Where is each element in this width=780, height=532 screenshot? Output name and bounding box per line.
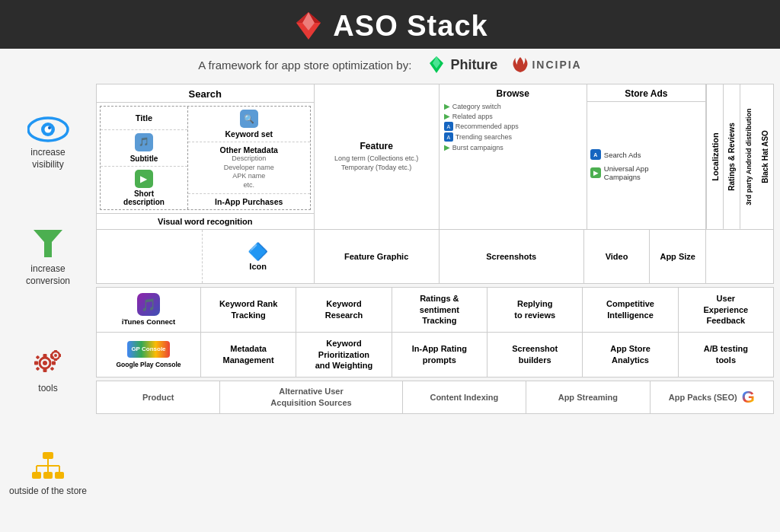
store-ads-section: Store Ads A Search Ads ▶ Universal AppCa… bbox=[587, 84, 706, 229]
phiture-label: Phiture bbox=[450, 57, 497, 73]
search-left-col: Title 🎵 Subtitle bbox=[101, 107, 188, 209]
short-desc-cell: ▶ Shortdescription bbox=[101, 167, 187, 209]
keyword-rank-label: Keyword RankTracking bbox=[219, 298, 277, 320]
replying-reviews-cell: Replyingto reviews bbox=[488, 288, 583, 332]
search-bottom-empty bbox=[97, 230, 202, 283]
alt-acquisition-label: Alternative UserAcquisition Sources bbox=[270, 386, 351, 408]
browse-category: ▶ Category switch bbox=[444, 102, 501, 110]
svg-rect-30 bbox=[55, 472, 64, 479]
app-store-analytics-label: App StoreAnalytics bbox=[610, 343, 651, 365]
svg-rect-28 bbox=[32, 472, 41, 479]
play-store-icon: ▶ bbox=[135, 170, 153, 188]
sidebar-tools: tools bbox=[30, 343, 66, 395]
keyword-research-cell: KeywordResearch bbox=[296, 288, 392, 332]
video-label: Video bbox=[606, 252, 628, 261]
tools-bottom-row: GP Console Google Play Console MetadataM… bbox=[97, 333, 773, 377]
google-play-console-icon: GP Console bbox=[127, 341, 170, 358]
phiture-logo: Phiture bbox=[427, 55, 497, 75]
screenshot-builders-cell: Screenshotbuilders bbox=[488, 333, 583, 377]
icon-symbol: 🔷 bbox=[248, 242, 268, 262]
search-section: Search Title 🎵 bbox=[97, 84, 315, 229]
replying-reviews-label: Replyingto reviews bbox=[514, 298, 555, 320]
search-header: Search bbox=[97, 84, 314, 103]
header-title: ASO Stack bbox=[333, 10, 488, 43]
subtitle-label: Subtitle bbox=[130, 155, 158, 163]
visual-word-cell: Visual word recognition bbox=[97, 213, 314, 229]
black-hat-vertical: Black Hat ASO bbox=[756, 84, 773, 229]
gpc-label: Google Play Console bbox=[116, 361, 181, 368]
subtitle-cell: 🎵 Subtitle bbox=[101, 130, 187, 167]
svg-rect-17 bbox=[36, 355, 40, 360]
keyword-prior-label: KeywordPrioritizationand Weighting bbox=[315, 338, 373, 371]
svg-rect-19 bbox=[36, 367, 40, 371]
google-g-icon: G bbox=[742, 387, 755, 407]
sidebar-outside: outside of the store bbox=[9, 451, 87, 498]
in-app-purchases-cell: In-App Purchases bbox=[188, 194, 310, 209]
keyword-prior-cell: KeywordPrioritizationand Weighting bbox=[296, 333, 392, 377]
tools-grid: 🎵 iTunes Connect Keyword RankTracking Ke… bbox=[96, 287, 774, 377]
itunes-icon: 🎵 bbox=[137, 293, 160, 316]
feature-graphic-cell: Feature Graphic bbox=[315, 230, 440, 283]
svg-marker-10 bbox=[34, 230, 62, 257]
svg-rect-16 bbox=[52, 362, 56, 365]
ab-testing-label: A/B testingtools bbox=[704, 343, 748, 365]
funnel-icon bbox=[32, 227, 64, 260]
sidebar: increasevisibility increaseconversion bbox=[6, 84, 90, 529]
app-packs-cell: App Packs (SEO) G bbox=[651, 381, 773, 413]
feature-label: Feature bbox=[360, 141, 392, 151]
competitive-label: CompetitiveIntelligence bbox=[606, 298, 654, 320]
browse-recommended: A Recommended apps bbox=[444, 122, 519, 131]
itunes-label: iTunes Connect bbox=[122, 317, 176, 326]
in-app-rating-cell: In-App Ratingprompts bbox=[392, 333, 488, 377]
incipia-flame-icon bbox=[513, 56, 528, 73]
vertical-cols-space bbox=[706, 230, 773, 283]
framework-icon-row: 🔷 Icon Feature Graphic Screenshots Video bbox=[97, 230, 773, 283]
user-experience-cell: UserExperienceFeedback bbox=[679, 288, 773, 332]
browse-trending: A Trending searches bbox=[444, 132, 512, 142]
other-metadata-label: Other Metadata bbox=[220, 145, 278, 155]
browse-section: Browse ▶ Category switch ▶ Related apps … bbox=[440, 84, 587, 229]
svg-point-9 bbox=[48, 126, 51, 129]
icon-cell: 🔷 Icon bbox=[202, 230, 314, 283]
content-indexing-cell: Content Indexing bbox=[403, 381, 526, 413]
keyword-set-cell: 🔍 Keyword set bbox=[188, 107, 310, 142]
sidebar-visibility: increasevisibility bbox=[27, 115, 69, 170]
incipia-logo: INCIPIA bbox=[513, 56, 581, 73]
metadata-mgmt-label: MetadataManagement bbox=[223, 343, 274, 365]
keyword-set-icon: 🔍 bbox=[240, 110, 258, 128]
svg-rect-24 bbox=[54, 358, 57, 361]
conversion-label: increaseconversion bbox=[26, 263, 70, 287]
search-bottom: 🔷 Icon bbox=[97, 230, 315, 283]
subtitle-text: A framework for app store optimization b… bbox=[198, 59, 411, 72]
ratings-tracking-label: Ratings &sentimentTracking bbox=[420, 293, 459, 326]
subtitle-bar: A framework for app store optimization b… bbox=[0, 49, 780, 81]
feature-sub: Long term (Collections etc.)Temporary (T… bbox=[334, 154, 418, 173]
ios-subtitle-icon: 🎵 bbox=[135, 133, 153, 151]
svg-rect-13 bbox=[43, 354, 47, 358]
search-inner: Title 🎵 Subtitle bbox=[100, 106, 311, 210]
search-ads-item: A Search Ads bbox=[590, 149, 702, 160]
in-app-purchases-label: In-App Purchases bbox=[215, 197, 283, 206]
content-indexing-label: Content Indexing bbox=[430, 393, 498, 402]
universal-campaigns-label: Universal AppCampaigns bbox=[604, 164, 649, 181]
svg-rect-23 bbox=[54, 350, 57, 352]
ab-testing-cell: A/B testingtools bbox=[679, 333, 773, 377]
store-ads-items: A Search Ads ▶ Universal AppCampaigns bbox=[587, 102, 705, 229]
search-ads-label: Search Ads bbox=[604, 151, 641, 159]
svg-rect-14 bbox=[43, 368, 47, 372]
visibility-label: increasevisibility bbox=[30, 147, 65, 170]
itunes-cell: 🎵 iTunes Connect bbox=[97, 288, 201, 332]
app-size-label: App Size bbox=[660, 252, 695, 261]
svg-rect-27 bbox=[43, 452, 53, 459]
product-cell: Product bbox=[97, 381, 220, 413]
svg-point-12 bbox=[43, 361, 47, 365]
app-packs-label: App Packs (SEO) bbox=[669, 393, 737, 402]
competitive-cell: CompetitiveIntelligence bbox=[583, 288, 678, 332]
svg-rect-25 bbox=[50, 354, 53, 357]
video-cell: Video bbox=[584, 230, 651, 283]
user-experience-label: UserExperienceFeedback bbox=[704, 293, 749, 326]
keyword-set-label: Keyword set bbox=[225, 129, 273, 139]
alt-acquisition-cell: Alternative UserAcquisition Sources bbox=[220, 381, 402, 413]
app-streaming-label: App Streaming bbox=[558, 393, 618, 402]
feature-section: Feature Long term (Collections etc.)Temp… bbox=[315, 84, 440, 229]
